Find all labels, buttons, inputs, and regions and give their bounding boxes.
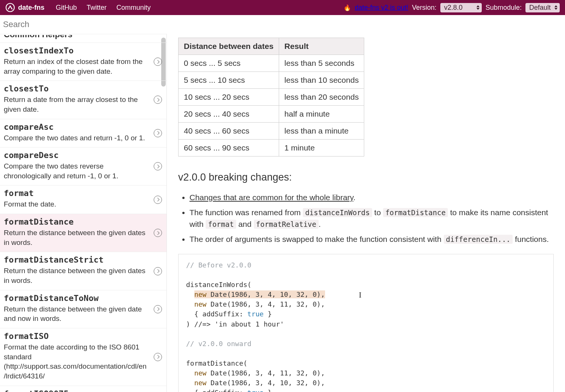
sidebar-item-title: formatISO9075 (4, 389, 163, 392)
table-cell: 10 secs ... 20 secs (179, 89, 279, 106)
table-cell: half a minute (279, 106, 364, 123)
sidebar: Common Helpers closestIndexToReturn an i… (0, 15, 167, 392)
nav-links: GitHub Twitter Community (56, 4, 151, 12)
code-inline: formatDistance (383, 208, 448, 217)
th-distance: Distance between dates (179, 38, 279, 55)
sidebar-item-title: formatDistanceStrict (4, 255, 163, 264)
header-right: 🔥 date-fns v2 is out! Version: v2.8.0 Su… (344, 3, 560, 12)
table-row: 0 secs ... 5 secsless than 5 seconds (179, 55, 364, 72)
chevron-right-icon (154, 305, 162, 313)
breaking-changes-heading: v2.0.0 breaking changes: (178, 172, 554, 183)
search-input[interactable] (0, 15, 167, 34)
chevron-right-icon (154, 196, 162, 204)
list-item: Changes that are common for the whole li… (189, 191, 554, 204)
sidebar-item-title: closestIndexTo (4, 46, 163, 55)
sidebar-item-desc: Compare the two dates reverse chronologi… (4, 161, 163, 181)
nav-community[interactable]: Community (116, 4, 151, 12)
table-cell: 60 secs ... 90 secs (179, 140, 279, 156)
distance-table: Distance between dates Result 0 secs ...… (178, 38, 364, 156)
table-cell: less than 10 seconds (279, 72, 364, 89)
list-item: The function was renamed from distanceIn… (189, 207, 554, 230)
sidebar-item-compareDesc[interactable]: compareDescCompare the two dates reverse… (0, 147, 166, 185)
sidebar-item-desc: Compare the two dates and return -1, 0 o… (4, 133, 163, 143)
main-content[interactable]: Distance between dates Result 0 secs ...… (167, 15, 565, 392)
table-cell: 5 secs ... 10 secs (179, 72, 279, 89)
sidebar-item-desc: Format the date according to the ISO 860… (4, 342, 163, 381)
svg-point-0 (6, 3, 14, 12)
chevron-right-icon (154, 162, 162, 170)
chevron-right-icon (154, 129, 162, 137)
code-block[interactable]: // Before v2.0.0 distanceInWords( new Da… (178, 254, 554, 392)
table-row: 60 secs ... 90 secs1 minute (179, 140, 364, 156)
breaking-changes-list: Changes that are common for the whole li… (178, 191, 554, 245)
chevron-right-icon (154, 58, 162, 66)
chevron-right-icon (154, 229, 162, 237)
sidebar-item-compareAsc[interactable]: compareAscCompare the two dates and retu… (0, 119, 166, 147)
table-cell: 40 secs ... 60 secs (179, 123, 279, 140)
sidebar-item-desc: Return the distance between the given da… (4, 304, 163, 324)
table-cell: 1 minute (279, 140, 364, 156)
sidebar-item-title: formatDistance (4, 217, 163, 226)
updown-icon (476, 5, 479, 10)
sidebar-item-formatDistance[interactable]: formatDistanceReturn the distance betwee… (0, 214, 166, 252)
brand-text: date-fns (18, 4, 44, 12)
sidebar-item-desc: Format the date. (4, 199, 163, 209)
app-header: date-fns GitHub Twitter Community 🔥 date… (0, 0, 565, 15)
table-cell: less than 5 seconds (279, 55, 364, 72)
logo-icon (5, 3, 15, 12)
code-inline: formatRelative (254, 220, 319, 229)
common-changes-link[interactable]: Changes that are common for the whole li… (189, 193, 353, 202)
code-inline: distanceInWords (303, 208, 372, 217)
table-row: 10 secs ... 20 secsless than 20 seconds (179, 89, 364, 106)
table-cell: 0 secs ... 5 secs (179, 55, 279, 72)
list-item: The order of arguments is swapped to mak… (189, 233, 554, 245)
submodule-label: Submodule: (486, 4, 522, 12)
sidebar-item-desc: Return the distance between the given da… (4, 228, 163, 247)
sidebar-item-formatDistanceStrict[interactable]: formatDistanceStrictReturn the distance … (0, 252, 166, 290)
table-row: 5 secs ... 10 secsless than 10 seconds (179, 72, 364, 89)
sidebar-item-desc: Return an index of the closest date from… (4, 57, 163, 76)
search-bar (0, 15, 167, 34)
brand[interactable]: date-fns (5, 3, 44, 12)
sidebar-item-title: formatISO (4, 331, 163, 341)
version-label: Version: (412, 4, 437, 12)
sidebar-item-title: compareAsc (4, 122, 163, 132)
layout: Common Helpers closestIndexToReturn an i… (0, 15, 565, 392)
text-cursor-icon: I (325, 290, 333, 299)
sidebar-item-title: format (4, 188, 163, 198)
version-select[interactable]: v2.8.0 (440, 3, 482, 12)
sidebar-item-closestTo[interactable]: closestToReturn a date from the array cl… (0, 81, 166, 119)
table-row: 20 secs ... 40 secshalf a minute (179, 106, 364, 123)
sidebar-item-formatDistanceToNow[interactable]: formatDistanceToNowReturn the distance b… (0, 290, 166, 328)
nav-github[interactable]: GitHub (56, 4, 77, 12)
sidebar-section-title: Common Helpers (0, 35, 166, 43)
chevron-right-icon (154, 267, 162, 275)
table-cell: less than 20 seconds (279, 89, 364, 106)
table-cell: less than a minute (279, 123, 364, 140)
sidebar-item-desc: Return a date from the array closest to … (4, 95, 163, 114)
code-inline: differenceIn... (444, 235, 513, 244)
sidebar-item-formatISO9075[interactable]: formatISO9075Format the date according t… (0, 386, 166, 392)
submodule-value: Default (529, 4, 551, 12)
sidebar-item-formatISO[interactable]: formatISOFormat the date according to th… (0, 328, 166, 386)
code-inline: format (206, 220, 236, 229)
sidebar-item-format[interactable]: formatFormat the date. (0, 185, 166, 214)
chevron-right-icon (154, 353, 162, 361)
sidebar-item-title: formatDistanceToNow (4, 293, 163, 303)
table-row: 40 secs ... 60 secsless than a minute (179, 123, 364, 140)
submodule-select[interactable]: Default (525, 3, 560, 12)
sidebar-item-closestIndexTo[interactable]: closestIndexToReturn an index of the clo… (0, 43, 166, 81)
table-cell: 20 secs ... 40 secs (179, 106, 279, 123)
th-result: Result (279, 38, 364, 55)
nav-twitter[interactable]: Twitter (87, 4, 107, 12)
sidebar-item-desc: Return the distance between the given da… (4, 266, 163, 285)
updown-icon (554, 5, 557, 10)
version-value: v2.8.0 (444, 4, 463, 12)
fire-icon: 🔥 (344, 4, 351, 11)
sidebar-item-title: closestTo (4, 84, 163, 93)
chevron-right-icon (154, 96, 162, 104)
v2-banner-link[interactable]: date-fns v2 is out! (355, 4, 408, 12)
sidebar-item-title: compareDesc (4, 150, 163, 160)
